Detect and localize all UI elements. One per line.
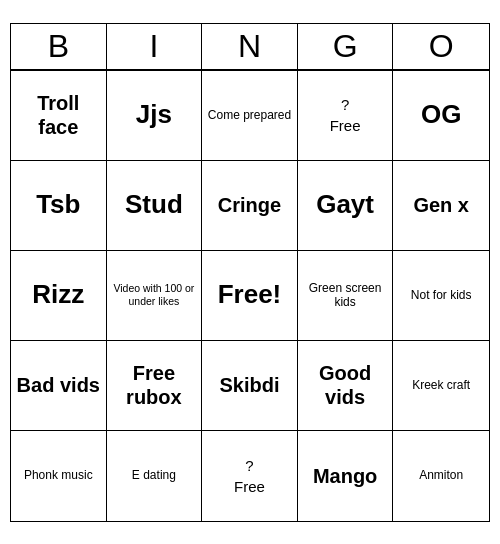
cell-r3-c3: Good vids bbox=[298, 341, 394, 431]
cell-r3-c1: Free rubox bbox=[107, 341, 203, 431]
cell-r3-c2: Skibdi bbox=[202, 341, 298, 431]
cell-text: Video with 100 or under likes bbox=[111, 282, 198, 307]
header-letter: I bbox=[107, 24, 203, 69]
header-letter: B bbox=[11, 24, 107, 69]
header-letter: O bbox=[393, 24, 489, 69]
cell-r1-c0: Tsb bbox=[11, 161, 107, 251]
header-letter: N bbox=[202, 24, 298, 69]
cell-r2-c0: Rizz bbox=[11, 251, 107, 341]
cell-r1-c1: Stud bbox=[107, 161, 203, 251]
cell-text: Not for kids bbox=[411, 288, 472, 302]
cell-text: Come prepared bbox=[208, 108, 291, 122]
cell-text: OG bbox=[421, 99, 461, 130]
cell-r0-c2: Come prepared bbox=[202, 71, 298, 161]
cell-text: Stud bbox=[125, 189, 183, 220]
cell-text: Mango bbox=[313, 464, 377, 488]
cell-text: Jjs bbox=[136, 99, 172, 130]
cell-r4-c0: Phonk music bbox=[11, 431, 107, 521]
header-letter: G bbox=[298, 24, 394, 69]
cell-text: Green screen kids bbox=[302, 281, 389, 310]
cell-text: ?Free bbox=[234, 455, 265, 497]
bingo-card: BINGO Troll faceJjsCome prepared?FreeOGT… bbox=[10, 23, 490, 522]
bingo-header: BINGO bbox=[11, 24, 489, 71]
cell-r0-c3: ?Free bbox=[298, 71, 394, 161]
cell-text: Troll face bbox=[15, 91, 102, 139]
cell-r1-c2: Cringe bbox=[202, 161, 298, 251]
cell-r0-c0: Troll face bbox=[11, 71, 107, 161]
cell-text: Rizz bbox=[32, 279, 84, 310]
cell-text: Bad vids bbox=[17, 373, 100, 397]
cell-text: Kreek craft bbox=[412, 378, 470, 392]
cell-r3-c0: Bad vids bbox=[11, 341, 107, 431]
bingo-grid: Troll faceJjsCome prepared?FreeOGTsbStud… bbox=[11, 71, 489, 521]
cell-r4-c2: ?Free bbox=[202, 431, 298, 521]
cell-text: E dating bbox=[132, 468, 176, 482]
cell-text: ?Free bbox=[330, 94, 361, 136]
cell-text: Free! bbox=[218, 279, 282, 310]
cell-r2-c1: Video with 100 or under likes bbox=[107, 251, 203, 341]
cell-text: Gen x bbox=[413, 193, 469, 217]
cell-r4-c3: Mango bbox=[298, 431, 394, 521]
cell-text: Tsb bbox=[36, 189, 80, 220]
cell-r2-c2: Free! bbox=[202, 251, 298, 341]
cell-text: Cringe bbox=[218, 193, 281, 217]
cell-text: Good vids bbox=[302, 361, 389, 409]
cell-r4-c4: Anmiton bbox=[393, 431, 489, 521]
cell-text: Skibdi bbox=[219, 373, 279, 397]
cell-r2-c3: Green screen kids bbox=[298, 251, 394, 341]
cell-text: Gayt bbox=[316, 189, 374, 220]
cell-r3-c4: Kreek craft bbox=[393, 341, 489, 431]
cell-r0-c1: Jjs bbox=[107, 71, 203, 161]
cell-r1-c4: Gen x bbox=[393, 161, 489, 251]
cell-text: Anmiton bbox=[419, 468, 463, 482]
cell-text: Free rubox bbox=[111, 361, 198, 409]
cell-r2-c4: Not for kids bbox=[393, 251, 489, 341]
cell-r1-c3: Gayt bbox=[298, 161, 394, 251]
cell-text: Phonk music bbox=[24, 468, 93, 482]
cell-r0-c4: OG bbox=[393, 71, 489, 161]
cell-r4-c1: E dating bbox=[107, 431, 203, 521]
